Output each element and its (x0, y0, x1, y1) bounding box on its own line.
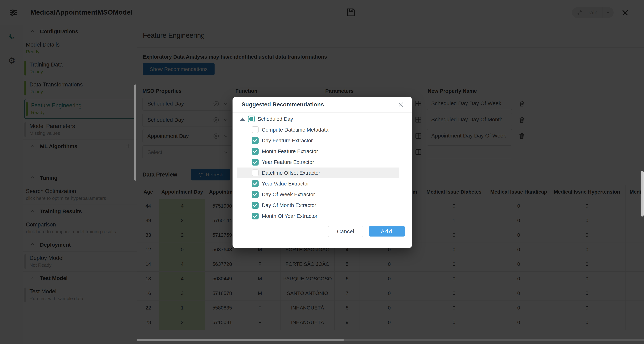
checkbox-label: Datetime Offset Extractor (262, 170, 320, 176)
checkbox-label: Month Of Year Extractor (262, 213, 317, 219)
checkbox-day-feature-extractor[interactable] (252, 137, 258, 144)
dialog-actions: Cancel Add (328, 226, 405, 237)
tree-item-year-value-extractor[interactable]: Year Value Extractor (237, 178, 399, 189)
checkbox-datetime-offset-extractor[interactable] (252, 170, 258, 176)
checkbox-label: Day Of Week Extractor (262, 192, 315, 198)
checkbox-label: Month Feature Extractor (262, 148, 318, 154)
tree-item-day-feature-extractor[interactable]: Day Feature Extractor (237, 135, 399, 146)
dialog-close-icon[interactable] (398, 101, 404, 108)
checkbox-label: Day Feature Extractor (262, 138, 313, 144)
tree-item-year-feature-extractor[interactable]: Year Feature Extractor (237, 157, 399, 168)
checkbox-label: Compute Datetime Metadata (262, 127, 328, 133)
checkbox-year-feature-extractor[interactable] (252, 159, 258, 166)
checkbox-label: Day Of Month Extractor (262, 202, 316, 208)
checkbox-scheduled-day[interactable] (248, 116, 254, 122)
collapse-triangle-icon[interactable] (240, 118, 245, 120)
checkbox-label: Year Value Extractor (262, 181, 309, 187)
checkbox-label: Year Feature Extractor (262, 159, 314, 165)
suggested-recommendations-dialog: Suggested Recommendations Scheduled DayC… (232, 97, 412, 248)
tree-item-day-of-month-extractor[interactable]: Day Of Month Extractor (237, 200, 399, 211)
dialog-title: Suggested Recommendations (242, 101, 398, 108)
recommendations-tree: Scheduled DayCompute Datetime MetadataDa… (232, 112, 412, 222)
tree-item-day-of-week-extractor[interactable]: Day Of Week Extractor (237, 189, 399, 200)
table-horizontal-scrollbar-thumb[interactable] (137, 339, 344, 341)
tree-parent-scheduled-day: Scheduled Day (232, 114, 412, 124)
cancel-button[interactable]: Cancel (328, 226, 363, 237)
app-window: MedicalAppointmentMSOModel Train ✎ (0, 0, 644, 344)
checkbox-compute-datetime-metadata[interactable] (252, 126, 258, 133)
checkbox-month-feature-extractor[interactable] (252, 148, 258, 155)
tree-item-month-feature-extractor[interactable]: Month Feature Extractor (237, 146, 399, 157)
add-button[interactable]: Add (369, 226, 405, 236)
dialog-header: Suggested Recommendations (232, 97, 412, 112)
indeterminate-mark (250, 117, 253, 121)
checkbox-day-of-month-extractor[interactable] (252, 202, 258, 209)
sidebar-scrollbar-thumb[interactable] (134, 84, 136, 181)
tree-item-compute-datetime-metadata[interactable]: Compute Datetime Metadata (237, 124, 399, 135)
table-horizontal-scrollbar[interactable] (137, 338, 644, 341)
checkbox-month-of-year-extractor[interactable] (252, 212, 258, 220)
checkbox-day-of-week-extractor[interactable] (252, 191, 258, 198)
tree-item-month-of-year-extractor[interactable]: Month Of Year Extractor (237, 211, 399, 222)
checkbox-label: Scheduled Day (258, 116, 293, 122)
checkbox-year-value-extractor[interactable] (252, 180, 258, 187)
tree-item-datetime-offset-extractor[interactable]: Datetime Offset Extractor (237, 168, 399, 178)
main-vertical-scrollbar-thumb[interactable] (640, 171, 644, 216)
